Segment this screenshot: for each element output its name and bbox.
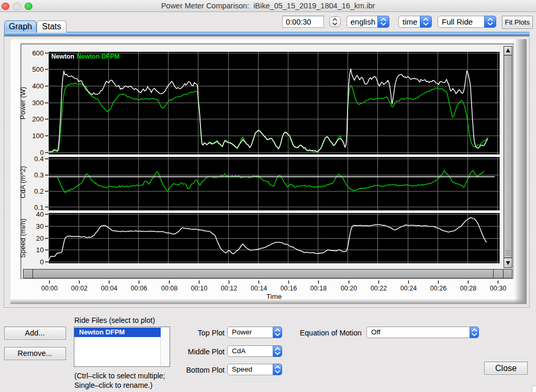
svg-text:00:24: 00:24	[400, 285, 417, 292]
svg-text:00:16: 00:16	[281, 285, 297, 292]
svg-text:00:18: 00:18	[310, 285, 327, 292]
svg-text:400: 400	[32, 82, 43, 90]
svg-text:00:10: 00:10	[191, 285, 207, 292]
svg-text:0: 0	[40, 258, 43, 266]
svg-text:10: 10	[36, 246, 44, 254]
svg-text:100: 100	[32, 132, 43, 140]
svg-text:00:00: 00:00	[41, 285, 58, 292]
svg-text:500: 500	[32, 65, 43, 73]
svg-text:00:14: 00:14	[251, 285, 267, 292]
svg-text:00:06: 00:06	[131, 285, 147, 292]
svg-text:00:26: 00:26	[430, 285, 446, 292]
svg-text:0.3: 0.3	[34, 171, 43, 179]
svg-text:00:30: 00:30	[490, 285, 506, 292]
svg-text:CdA (m^2): CdA (m^2)	[19, 166, 27, 198]
svg-text:Newton DFPM: Newton DFPM	[77, 53, 120, 60]
svg-text:40: 40	[36, 210, 44, 218]
svg-text:0.2: 0.2	[34, 187, 43, 195]
svg-text:00:20: 00:20	[341, 285, 357, 292]
svg-text:200: 200	[32, 115, 43, 123]
svg-text:0.4: 0.4	[34, 155, 43, 163]
svg-text:00:04: 00:04	[101, 285, 117, 292]
svg-text:00:02: 00:02	[71, 285, 87, 292]
svg-text:Speed (mi/h): Speed (mi/h)	[19, 218, 27, 258]
svg-text:0.1: 0.1	[34, 204, 43, 211]
svg-text:00:12: 00:12	[221, 285, 237, 292]
svg-text:600: 600	[32, 49, 43, 57]
svg-text:00:22: 00:22	[371, 285, 387, 292]
svg-text:30: 30	[36, 222, 44, 230]
svg-text:20: 20	[36, 234, 44, 242]
svg-text:300: 300	[32, 99, 43, 107]
svg-text:00:08: 00:08	[161, 285, 177, 292]
svg-text:00:28: 00:28	[460, 285, 476, 292]
svg-text:Power (W): Power (W)	[19, 87, 27, 119]
svg-text:Time: Time	[266, 293, 282, 300]
svg-text:Newton: Newton	[51, 53, 74, 60]
